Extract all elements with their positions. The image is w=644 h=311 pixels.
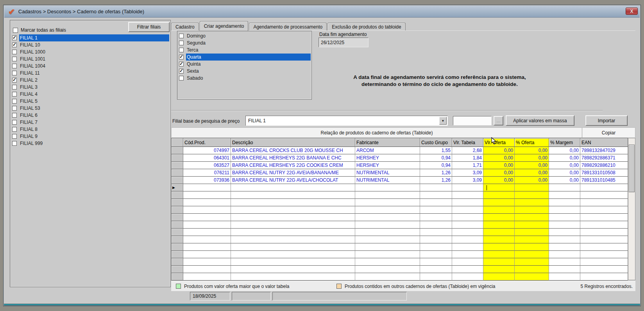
item-checkbox[interactable]	[12, 57, 17, 61]
day-list-item[interactable]: Terca	[178, 46, 311, 54]
grid-cell[interactable]	[483, 206, 515, 214]
grid-cell[interactable]	[183, 206, 231, 214]
grid-cell[interactable]: ARCOM	[355, 147, 420, 154]
filial-list-item[interactable]: FILIAL 3	[11, 84, 169, 91]
grid-cell[interactable]	[515, 229, 549, 236]
grid-cell[interactable]	[452, 251, 483, 258]
grid-header-cell[interactable]: EAN	[580, 138, 628, 147]
grid-cell[interactable]	[231, 258, 355, 266]
grid-cell[interactable]	[355, 236, 420, 243]
grid-cell[interactable]: 0,94	[420, 154, 452, 162]
grid-cell[interactable]	[580, 199, 628, 206]
grid-cell[interactable]	[452, 191, 483, 199]
grid-cell[interactable]	[452, 206, 483, 214]
day-list-item[interactable]: Domingo	[178, 32, 311, 39]
grid-cell[interactable]	[231, 236, 355, 243]
filial-list-item[interactable]: FILIAL 7	[11, 119, 169, 126]
grid-cell[interactable]: 0,00	[483, 177, 515, 184]
grid-cell[interactable]	[420, 251, 452, 258]
day-list-item[interactable]: Quinta	[178, 61, 311, 68]
grid-cell[interactable]	[452, 199, 483, 206]
grid-header-cell[interactable]: Descrição	[231, 138, 355, 147]
grid-cell[interactable]	[420, 221, 452, 229]
grid-cell[interactable]	[452, 184, 483, 191]
grid-cell[interactable]	[483, 251, 515, 258]
grid-active-row[interactable]: ▶	[172, 184, 628, 191]
grid-cell[interactable]	[483, 243, 515, 251]
item-checkbox[interactable]	[179, 55, 184, 59]
filial-list-item[interactable]: FILIAL 999	[11, 140, 169, 147]
item-checkbox[interactable]	[12, 50, 17, 54]
grid-cell[interactable]	[183, 258, 231, 266]
grid-cell[interactable]	[231, 191, 355, 199]
grid-cell[interactable]	[580, 229, 628, 236]
grid-empty-row[interactable]	[172, 229, 628, 236]
grid-header-cell[interactable]: Vlr. Oferta	[483, 138, 515, 147]
grid-cell[interactable]	[549, 266, 580, 273]
grid-cell[interactable]: 1,26	[420, 169, 452, 177]
grid-cell[interactable]	[183, 236, 231, 243]
grid-cell[interactable]	[580, 184, 628, 191]
grid-empty-row[interactable]	[172, 258, 628, 266]
grid-cell[interactable]	[549, 236, 580, 243]
grid-cell[interactable]: 3,09	[452, 177, 483, 184]
grid-cell[interactable]	[580, 273, 628, 281]
grid-cell[interactable]	[231, 184, 355, 191]
grid-cell[interactable]: 0,94	[420, 162, 452, 169]
item-checkbox[interactable]	[12, 127, 17, 132]
grid-cell[interactable]	[420, 199, 452, 206]
filial-list-item[interactable]: FILIAL 53	[11, 105, 169, 112]
grid-cell[interactable]: 073936	[183, 177, 231, 184]
filial-list-item[interactable]: FILIAL 1001	[11, 55, 169, 63]
grid-cell[interactable]	[549, 258, 580, 266]
grid-cell[interactable]: 0,00	[549, 169, 580, 177]
item-checkbox[interactable]	[179, 69, 184, 73]
grid-cell[interactable]	[231, 229, 355, 236]
grid-cell[interactable]	[483, 273, 515, 281]
copiar-button[interactable]: Copiar	[582, 128, 635, 138]
grid-cell[interactable]	[549, 184, 580, 191]
grid-cell[interactable]	[515, 258, 549, 266]
grid-cell[interactable]	[483, 236, 515, 243]
grid-cell[interactable]	[580, 258, 628, 266]
tab[interactable]: Agendamento de processamento	[249, 23, 327, 31]
grid-cell[interactable]: 0,00	[483, 169, 515, 177]
item-checkbox[interactable]	[12, 106, 17, 111]
grid-row[interactable]: 073936BARRA CEREAL NUTRY 22G AVELA/CHOCO…	[172, 177, 628, 184]
item-checkbox[interactable]	[12, 64, 17, 68]
grid-cell[interactable]	[515, 221, 549, 229]
grid-cell[interactable]	[183, 229, 231, 236]
grid-empty-row[interactable]	[172, 236, 628, 243]
grid-cell[interactable]	[580, 206, 628, 214]
grid-cell[interactable]	[231, 221, 355, 229]
item-checkbox[interactable]	[12, 141, 17, 146]
filtrar-filiais-button[interactable]: Filtrar filiais	[128, 22, 170, 32]
grid-cell[interactable]	[355, 214, 420, 221]
item-checkbox[interactable]	[12, 85, 17, 89]
item-checkbox[interactable]	[179, 41, 184, 45]
grid-empty-row[interactable]	[172, 221, 628, 229]
grid-empty-row[interactable]	[172, 273, 628, 281]
grid-cell[interactable]	[355, 273, 420, 281]
item-checkbox[interactable]	[12, 43, 17, 47]
grid-cell[interactable]: 7891331010485	[580, 177, 628, 184]
grid-cell[interactable]	[483, 191, 515, 199]
grid-cell[interactable]	[183, 221, 231, 229]
filial-list-item[interactable]: FILIAL 6	[11, 112, 169, 119]
grid-cell[interactable]	[452, 221, 483, 229]
item-checkbox[interactable]	[12, 113, 17, 118]
filial-list-item[interactable]: FILIAL 8	[11, 126, 169, 133]
close-button[interactable]: X	[626, 7, 638, 15]
vertical-scrollbar[interactable]	[628, 138, 635, 280]
grid-cell[interactable]	[420, 266, 452, 273]
grid-header-cell[interactable]: Cód.Prod.	[183, 138, 231, 147]
grid-header-cell[interactable]: Custo Grupo	[420, 138, 452, 147]
grid-cell[interactable]	[231, 273, 355, 281]
grid-cell[interactable]: 0,00	[483, 147, 515, 154]
grid-row[interactable]: 063527BARRA CEREAL HERSHEYS 22G COOKIES …	[172, 162, 628, 169]
item-checkbox[interactable]	[12, 134, 17, 139]
grid-cell[interactable]	[355, 251, 420, 258]
grid-cell[interactable]	[355, 258, 420, 266]
grid-cell[interactable]	[580, 251, 628, 258]
item-checkbox[interactable]	[179, 34, 184, 38]
